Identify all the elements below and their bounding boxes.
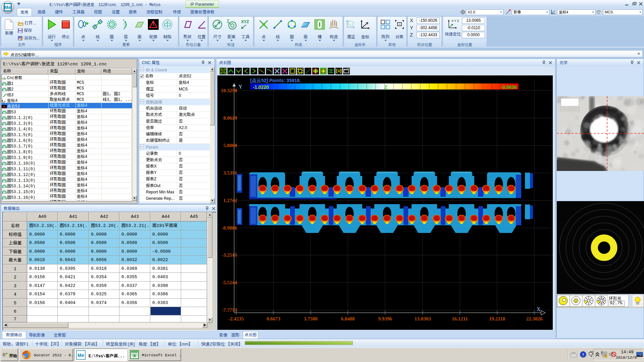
svg-text:8.0629: 8.0629 — [223, 115, 237, 121]
svg-text:-2.4235: -2.4235 — [228, 316, 244, 321]
svg-text:Me: Me — [77, 353, 84, 358]
svg-text:3.7580: 3.7580 — [304, 316, 317, 321]
svg-text:22.3026: 22.3026 — [526, 316, 543, 321]
svg-text:-0.9886: -0.9886 — [222, 225, 237, 231]
svg-text:0.6673: 0.6673 — [266, 316, 280, 321]
svg-text:-0.0636: -0.0636 — [501, 84, 517, 90]
svg-text:R: R — [338, 69, 340, 73]
svg-text:-3.2515: -3.2515 — [222, 252, 237, 258]
svg-text:X: X — [133, 353, 136, 358]
svg-text:-7.7773: -7.7773 — [222, 307, 237, 313]
svg-text:10.3258: 10.3258 — [221, 88, 237, 93]
svg-text:19.2118: 19.2118 — [489, 316, 505, 321]
svg-text:[点云52] Points: 35918.: [点云52] Points: 35918. — [250, 78, 301, 83]
svg-text:Y: Y — [238, 84, 243, 89]
svg-text:13.0303: 13.0303 — [415, 316, 431, 321]
svg-text:X Y Z: X Y Z — [451, 19, 459, 22]
svg-text:1.2742: 1.2742 — [223, 198, 237, 203]
svg-text:3.5371: 3.5371 — [223, 170, 237, 176]
svg-text:6.8488: 6.8488 — [341, 316, 355, 321]
svg-text:X: X — [537, 306, 541, 312]
svg-text:5.8000: 5.8000 — [223, 143, 237, 148]
svg-text:!: ! — [605, 355, 606, 357]
svg-text:9.9396: 9.9396 — [378, 316, 392, 321]
svg-text:-5.5144: -5.5144 — [222, 280, 237, 285]
svg-text:XYZ: XYZ — [241, 19, 249, 24]
svg-text:Z: Z — [384, 84, 387, 90]
svg-text:16.1211: 16.1211 — [452, 316, 468, 321]
svg-text:?: ? — [582, 352, 584, 357]
svg-text:-1.0220: -1.0220 — [253, 84, 269, 90]
